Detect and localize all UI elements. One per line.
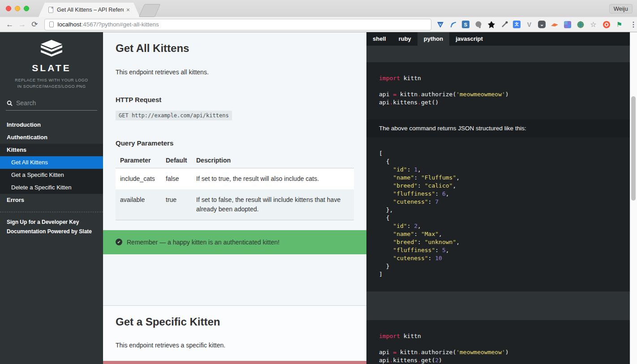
zoom-window-button[interactable] xyxy=(24,6,29,11)
chrome-profile-name[interactable]: Weiju xyxy=(609,4,633,13)
gray-v-icon[interactable]: V xyxy=(525,20,534,29)
eyedropper-icon[interactable] xyxy=(500,20,508,29)
sidebar-item-get-a-specific-kitten[interactable]: Get a Specific Kitten xyxy=(0,169,103,181)
bookmark-star-icon[interactable]: ☆ xyxy=(589,20,598,29)
search-input[interactable]: Search xyxy=(6,99,97,111)
lang-tab-ruby[interactable]: ruby xyxy=(392,32,417,46)
purple-grid-icon[interactable] xyxy=(563,20,572,29)
forward-button: → xyxy=(16,20,29,29)
lang-tab-javascript[interactable]: javascript xyxy=(449,32,489,46)
table-row: available true If set to false, the resu… xyxy=(116,189,354,220)
powered-by-slate-link[interactable]: Documentation Powered by Slate xyxy=(7,227,96,236)
browser-toolbar: ← → ⟳ localhost:4567/?python#get-all-kit… xyxy=(0,17,637,32)
page-favicon-icon xyxy=(48,7,53,13)
col-header-description: Description xyxy=(192,154,354,168)
query-parameters-heading: Query Parameters xyxy=(116,139,354,147)
orange-wave-icon[interactable] xyxy=(550,20,559,29)
http-request-code: GET http://example.com/api/kittens xyxy=(116,111,232,120)
close-window-button[interactable] xyxy=(6,6,11,11)
query-parameters-table: Parameter Default Description include_ca… xyxy=(116,154,354,220)
lang-tab-python[interactable]: python xyxy=(417,32,449,46)
orange-pin-icon[interactable] xyxy=(602,20,611,29)
logo-text: SLATE xyxy=(0,63,103,73)
section-spacer xyxy=(103,254,366,305)
evernote-elephant-icon[interactable] xyxy=(474,20,482,29)
language-selector: shell ruby python javascript xyxy=(366,32,630,46)
browser-chrome: Get All Kittens – API Reference × Weiju … xyxy=(0,0,637,32)
url-path: :4567/?python#get-all-kittens xyxy=(82,21,159,28)
address-bar[interactable]: localhost:4567/?python#get-all-kittens xyxy=(44,19,431,30)
search-placeholder: Search xyxy=(16,99,36,107)
vimium-icon[interactable]: V xyxy=(436,20,444,29)
pocket-icon[interactable]: ⌄ xyxy=(538,21,546,28)
tab-title: Get All Kittens – API Reference xyxy=(57,7,124,13)
browser-tab[interactable]: Get All Kittens – API Reference × xyxy=(39,3,140,17)
endpoint-description: This endpoint retrieves all kittens. xyxy=(116,68,354,77)
sidebar-item-get-all-kittens[interactable]: Get All Kittens xyxy=(0,156,103,169)
page-icon xyxy=(49,21,54,27)
code-block-json-response: [ { "id": 1, "name": "Fluffums", "breed"… xyxy=(366,137,630,291)
code-examples-panel: shell ruby python javascript import kitt… xyxy=(366,32,630,364)
logo-tagline: REPLACE THIS WITH YOUR LOGO IN SOURCE/IM… xyxy=(0,77,103,90)
sidebar-item-errors[interactable]: Errors xyxy=(0,194,103,206)
green-flag-icon[interactable]: ⚑ xyxy=(615,20,624,29)
s-letter-icon[interactable]: S xyxy=(462,21,469,28)
logo: SLATE REPLACE THIS WITH YOUR LOGO IN SOU… xyxy=(0,32,103,90)
extensions-row: V S 文 V ⌄ ☆ ⚑ ⋮ xyxy=(436,20,637,29)
table-header-row: Parameter Default Description xyxy=(116,154,354,168)
success-callout: ✔ Remember — a happy kitten is an authen… xyxy=(103,230,366,254)
section-get-a-specific-kitten: Get a Specific Kitten This endpoint retr… xyxy=(103,305,366,364)
sidebar-nav: Introduction Authentication Kittens Get … xyxy=(0,119,103,206)
section-title: Get a Specific Kitten xyxy=(116,316,354,328)
globe-icon[interactable] xyxy=(576,20,585,29)
page-title: Get All Kittens xyxy=(116,42,354,55)
sidebar: SLATE REPLACE THIS WITH YOUR LOGO IN SOU… xyxy=(0,32,103,364)
table-row: include_cats false If set to true, the r… xyxy=(116,168,354,190)
url-host: localhost xyxy=(57,21,81,28)
ninja-icon[interactable] xyxy=(487,20,495,29)
sidebar-item-authentication[interactable]: Authentication xyxy=(0,131,103,144)
tab-close-icon[interactable]: × xyxy=(126,7,130,13)
sidebar-item-delete-a-specific-kitten[interactable]: Delete a Specific Kitten xyxy=(0,181,103,194)
success-callout-text: Remember — a happy kitten is an authenti… xyxy=(127,237,280,247)
code-annotation: The above command returns JSON structure… xyxy=(366,120,630,137)
back-button[interactable]: ← xyxy=(4,20,16,29)
lang-tab-shell[interactable]: shell xyxy=(366,32,392,46)
col-header-parameter: Parameter xyxy=(116,154,161,168)
sidebar-footer: Sign Up for a Developer Key Documentatio… xyxy=(0,212,103,236)
search-icon xyxy=(7,100,13,106)
signup-link[interactable]: Sign Up for a Developer Key xyxy=(7,218,96,227)
arcs-icon[interactable] xyxy=(449,20,457,29)
translate-icon[interactable]: 文 xyxy=(513,21,521,28)
col-header-default: Default xyxy=(161,154,192,168)
menu-dots-icon[interactable]: ⋮ xyxy=(630,20,637,29)
tab-strip: Get All Kittens – API Reference × Weiju xyxy=(0,0,637,17)
minimize-window-button[interactable] xyxy=(15,6,20,11)
slate-books-icon xyxy=(39,39,65,58)
section-get-all-kittens: Get All Kittens This endpoint retrieves … xyxy=(103,32,366,254)
window-controls xyxy=(6,6,29,11)
svg-text:V: V xyxy=(439,22,442,26)
url-text: localhost:4567/?python#get-all-kittens xyxy=(57,21,159,28)
sidebar-item-kittens[interactable]: Kittens xyxy=(0,144,103,156)
warning-callout: !Inside HTML code blocks like this one, … xyxy=(103,361,366,364)
sidebar-item-introduction[interactable]: Introduction xyxy=(0,119,103,131)
new-tab-button[interactable] xyxy=(139,4,161,17)
slate-docs-page: SLATE REPLACE THIS WITH YOUR LOGO IN SOU… xyxy=(0,32,637,364)
reload-button[interactable]: ⟳ xyxy=(28,20,41,29)
check-circle-icon: ✔ xyxy=(116,239,122,245)
http-request-heading: HTTP Request xyxy=(116,96,354,103)
code-block-python-get-specific: import kittn api = kittn.authorize('meow… xyxy=(366,320,630,364)
code-block-python-get-all: import kittn api = kittn.authorize('meow… xyxy=(366,62,630,120)
scrollbar-thumb[interactable] xyxy=(631,96,636,201)
scrollbar-track[interactable] xyxy=(630,32,637,364)
endpoint-description: This endpoint retrieves a specific kitte… xyxy=(116,341,354,350)
main-content: Get All Kittens This endpoint retrieves … xyxy=(103,32,366,364)
